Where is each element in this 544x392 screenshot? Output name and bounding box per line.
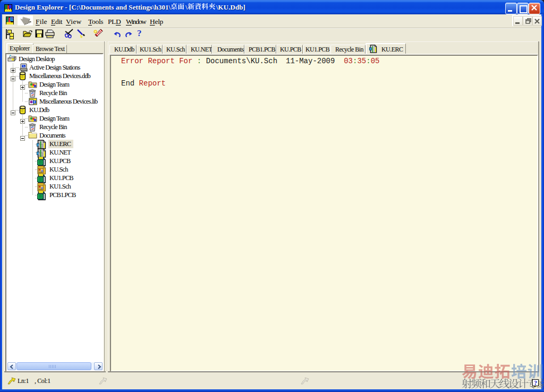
- svg-text:?: ?: [534, 380, 537, 386]
